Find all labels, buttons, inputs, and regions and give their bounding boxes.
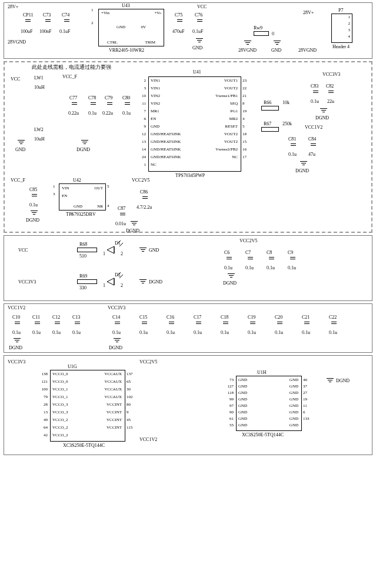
- u42-out: OUT: [95, 186, 103, 191]
- capacitor-icon: [229, 255, 229, 263]
- c19-val: 0.1u: [248, 330, 256, 335]
- c87-val: 0.01u: [115, 221, 126, 226]
- u43-ref: U43: [122, 3, 130, 8]
- c18-ref: C18: [221, 315, 228, 320]
- net-vcc: VCC: [18, 248, 28, 253]
- ground-icon: [114, 338, 121, 344]
- c77-val: 0.22u: [68, 111, 79, 116]
- c8-val: 0.1u: [267, 265, 275, 270]
- u41-rpin-10: NC: [199, 155, 238, 159]
- p7-pin2: 2: [348, 21, 351, 26]
- net-dgnd: DGND: [76, 147, 90, 152]
- u1g-lnum-2: 100: [37, 387, 48, 392]
- u41-rpin-1: VOUT2: [199, 86, 238, 91]
- capacitor-icon: [144, 319, 145, 328]
- net-vcc2v5: VCC2V5: [139, 359, 157, 365]
- lw1-val: 10uH: [34, 85, 45, 90]
- net-vcc: VCC: [197, 4, 207, 9]
- u1g-ref: U1G: [68, 364, 77, 369]
- d1-a: 1: [103, 251, 105, 256]
- u1h-lpin-2: GND: [238, 390, 247, 395]
- ground-icon: [300, 161, 307, 167]
- c83-ref: C83: [311, 83, 318, 89]
- net-vcc: VCC: [11, 76, 20, 82]
- u41-lnum-6: 9: [135, 124, 146, 129]
- u41-lpin-7: GND/HEATSINK: [151, 132, 181, 136]
- capacitor-icon: [74, 100, 75, 108]
- net-28vgnd: 28VGND: [8, 39, 26, 45]
- c79-ref: C79: [105, 95, 112, 101]
- p7-pin3: 3: [348, 28, 351, 32]
- c19-ref: C19: [248, 315, 255, 320]
- u1h-lnum-5: 90: [223, 410, 234, 415]
- u41-lpin-11: NC: [151, 162, 157, 167]
- c17-val: 0.1u: [194, 330, 202, 335]
- u1h-ref: U1H: [257, 370, 267, 375]
- r67-ref: R67: [264, 121, 271, 126]
- u1g-lpin-6: VCCO_2: [52, 417, 68, 422]
- u41-lpin-9: GND/HEATSINK: [151, 147, 181, 152]
- u1g-rnum-0: 137: [127, 372, 133, 376]
- capacitor-icon: [250, 255, 251, 263]
- fpga-power-section: VCC3V3 VCC2V5 VCC1V2 U1G 138VCCO_0121VCC…: [4, 355, 372, 455]
- u41-lnum-8: 13: [135, 139, 146, 144]
- u42-pn: TPS79325DBV: [66, 212, 96, 217]
- u41-rpin-4: PG1: [199, 109, 238, 113]
- net-dgnd: DGND: [336, 378, 350, 383]
- u1h-lnum-7: 55: [223, 423, 234, 427]
- u1g-rpin-7: VCCINT: [94, 425, 122, 430]
- c80-val: 0.1u: [122, 111, 131, 116]
- p7-pin1: 1: [348, 15, 351, 19]
- rw9-ref: Rw9: [254, 25, 262, 31]
- u41-lnum-11: 1: [135, 162, 146, 167]
- net-vcc3v3: VCC3V3: [108, 305, 125, 310]
- u1h-rnum-3: 19: [303, 397, 307, 402]
- c80-ref: C80: [122, 95, 130, 101]
- c16-ref: C16: [167, 315, 174, 320]
- u42-vin: VIN: [62, 186, 69, 191]
- capacitor-icon: [313, 141, 314, 149]
- p7-pin4: 4: [348, 34, 351, 39]
- u41-lnum-7: 12: [135, 132, 146, 136]
- u1h-rpin-1: GND: [283, 384, 298, 389]
- net-vcc2v5: VCC2V5: [239, 238, 257, 243]
- c14-ref: C14: [112, 315, 120, 320]
- u1g-lpin-8: VCCO_2: [52, 433, 68, 437]
- net-dgnd4: DGND: [26, 218, 39, 223]
- capacitor-icon: [77, 319, 78, 328]
- c11-val: 0.1u: [32, 330, 41, 335]
- net-dgnd: DGND: [149, 279, 162, 285]
- u1h-rpin-2: GND: [283, 390, 298, 395]
- u1g-rnum-1: 65: [127, 379, 131, 384]
- c14-val: 0.1u: [112, 330, 121, 335]
- u1g-lnum-6: 49: [37, 417, 48, 422]
- u1g-rnum-7: 115: [127, 425, 132, 430]
- c15-ref: C15: [139, 315, 147, 320]
- c73-val: 100nF: [39, 29, 51, 34]
- u1g-rpin-5: VCCINT: [94, 410, 122, 415]
- c18-val: 0.1u: [221, 330, 229, 335]
- c82-val: 22u: [327, 99, 334, 104]
- c7-val: 0.1u: [245, 265, 254, 270]
- u41-rnum-4: 19: [242, 109, 247, 113]
- u1g-rpin-0: VCCAUX: [94, 372, 122, 376]
- lw2-val: 10uH: [34, 136, 45, 142]
- u1h-lpin-0: GND: [238, 377, 247, 382]
- u1h-lnum-0: 73: [223, 377, 234, 382]
- u1h-lpin-7: GND: [238, 423, 247, 427]
- u41-lpin-1: VIN1: [151, 86, 160, 91]
- u1h-lpin-6: GND: [238, 416, 247, 421]
- capacitor-icon: [57, 319, 58, 328]
- u41-lpin-5: EN: [151, 116, 156, 121]
- u43-vo: +Vo: [154, 11, 161, 15]
- capacitor-icon: [279, 319, 280, 328]
- u1g-lpin-1: VCCO_0: [52, 379, 68, 384]
- net-dgnd2: DGND: [223, 280, 237, 286]
- u1g-rpin-1: VCCAUX: [94, 379, 122, 384]
- u1h-lnum-1: 127: [223, 384, 234, 389]
- c10-ref: C10: [12, 315, 20, 320]
- u41-rnum-6: 5: [242, 124, 245, 129]
- capacitor-icon: [179, 17, 180, 25]
- capacitor-icon: [271, 255, 272, 263]
- u42-en: EN: [62, 193, 67, 198]
